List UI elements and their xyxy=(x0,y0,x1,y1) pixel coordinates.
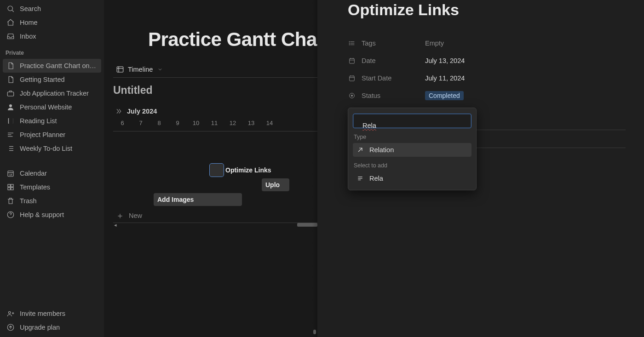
svg-line-1 xyxy=(12,10,13,11)
timeline-day: 13 xyxy=(242,120,260,126)
popover-item-rela[interactable]: Rela xyxy=(353,171,472,185)
timeline-bar-label: Uplo xyxy=(265,181,280,188)
page-title: Practice Gantt Char xyxy=(148,29,317,51)
timeline-bar-label: Optimize Links xyxy=(225,166,271,174)
sidebar-item-search[interactable]: Search xyxy=(3,2,101,16)
svg-rect-29 xyxy=(117,67,123,72)
main-scrollbar[interactable] xyxy=(312,0,317,337)
svg-rect-42 xyxy=(350,76,355,81)
sidebar-item-label: Personal Website xyxy=(20,103,72,111)
calendar-icon xyxy=(348,74,356,82)
svg-rect-18 xyxy=(8,184,10,187)
timeline-day: 10 xyxy=(187,120,205,126)
sidebar-item-label: Getting Started xyxy=(20,76,65,83)
svg-text:18: 18 xyxy=(9,173,12,176)
triangle-left-icon: ◂ xyxy=(114,222,117,228)
property-row-start-date[interactable]: Start DateJuly 11, 2024 xyxy=(348,69,626,87)
svg-rect-19 xyxy=(11,184,13,187)
timeline-body[interactable]: Optimize LinksUploAdd Images ＋ New xyxy=(113,131,317,223)
page-icon xyxy=(6,75,15,84)
property-search-input[interactable] xyxy=(353,114,472,128)
property-row-tags[interactable]: TagsEmpty xyxy=(348,34,626,52)
tags-icon xyxy=(348,39,356,47)
database-title[interactable]: Untitled xyxy=(113,84,317,97)
sidebar-item-personal-website[interactable]: Personal Website xyxy=(3,100,101,114)
property-key: Status xyxy=(362,92,380,99)
sidebar-item-help-support[interactable]: Help & support xyxy=(3,208,101,222)
chevron-down-icon xyxy=(157,67,163,72)
property-key: Start Date xyxy=(362,74,391,82)
timeline-bar-label: Add Images xyxy=(157,196,194,203)
sidebar-item-label: Upgrade plan xyxy=(20,324,60,331)
help-icon xyxy=(6,211,15,219)
sidebar-item-label: Templates xyxy=(20,183,50,191)
svg-point-36 xyxy=(349,43,350,43)
svg-point-3 xyxy=(9,104,12,107)
sidebar-item-label: Help & support xyxy=(20,211,64,218)
sidebar-item-inbox[interactable]: Inbox xyxy=(3,29,101,43)
property-row-date[interactable]: DateJuly 13, 2024 xyxy=(348,52,626,69)
sidebar-item-calendar[interactable]: 18Calendar xyxy=(3,166,101,180)
templates-icon xyxy=(6,183,15,191)
timeline-bar[interactable]: Uplo xyxy=(262,178,289,191)
sidebar-item-upgrade-plan[interactable]: Upgrade plan xyxy=(3,320,101,334)
svg-point-0 xyxy=(8,6,13,11)
sidebar-item-label: Search xyxy=(20,5,41,12)
svg-rect-21 xyxy=(11,188,13,190)
svg-point-47 xyxy=(351,95,353,97)
property-value[interactable]: Completed xyxy=(425,91,464,100)
sidebar-item-label: Weekly To-do List xyxy=(20,145,72,152)
sidebar-section-private: Private xyxy=(0,43,104,59)
sidebar-item-invite-members[interactable]: Invite members xyxy=(3,307,101,320)
popover-item-label: Rela xyxy=(369,175,383,182)
timeline-day: 7 xyxy=(132,120,150,126)
relation-icon xyxy=(356,146,364,154)
svg-rect-5 xyxy=(9,118,13,124)
sidebar-item-getting-started[interactable]: Getting Started xyxy=(3,73,101,86)
popover-item-relation[interactable]: Relation xyxy=(353,143,472,157)
sidebar-item-label: Job Application Tracker xyxy=(20,90,89,97)
popover-item-label: Relation xyxy=(369,146,394,154)
sidebar-item-label: Home xyxy=(20,19,38,26)
calendar-icon xyxy=(348,57,356,65)
sidebar-item-practice-gantt-chart-on-n[interactable]: Practice Gantt Chart on N… xyxy=(3,59,101,73)
popover-section-select: Select to add xyxy=(354,162,471,169)
person-icon xyxy=(6,103,15,111)
sidebar-item-label: Practice Gantt Chart on N… xyxy=(20,62,98,69)
detail-title[interactable]: Optimize Links xyxy=(348,0,626,19)
main-panel: Practice Gantt Char Timeline Untitled Ju… xyxy=(104,0,317,337)
property-value[interactable]: July 11, 2024 xyxy=(425,74,465,82)
sidebar-item-trash[interactable]: Trash xyxy=(3,194,101,208)
property-key: Date xyxy=(362,57,376,64)
property-value[interactable]: July 13, 2024 xyxy=(425,57,465,64)
svg-rect-2 xyxy=(7,92,14,96)
sidebar-item-label: Project Planner xyxy=(20,131,65,138)
sidebar-item-job-application-tracker[interactable]: Job Application Tracker xyxy=(3,86,101,100)
timeline-bar[interactable]: Add Images xyxy=(154,193,242,206)
timeline-bar[interactable]: Optimize Links xyxy=(210,164,224,177)
sidebar-item-project-planner[interactable]: Project Planner xyxy=(3,128,101,142)
timeline-scrollbar[interactable]: ◂ xyxy=(113,223,317,227)
invite-icon xyxy=(6,309,15,318)
svg-rect-20 xyxy=(8,188,10,190)
view-selector[interactable]: Timeline xyxy=(116,65,317,74)
inbox-icon xyxy=(6,32,15,40)
property-row-status[interactable]: StatusCompleted xyxy=(348,87,626,104)
timeline-month-label: July 2024 xyxy=(127,108,157,115)
sidebar-item-reading-list[interactable]: Reading List xyxy=(3,114,101,128)
book-icon xyxy=(6,117,15,125)
sidebar-item-home[interactable]: Home xyxy=(3,16,101,29)
double-chevron-right-icon[interactable] xyxy=(115,108,122,115)
sidebar-item-templates[interactable]: Templates xyxy=(3,180,101,194)
timeline-day: 11 xyxy=(205,120,224,126)
property-value[interactable]: Empty xyxy=(425,40,444,47)
popover-section-type: Type xyxy=(354,134,471,140)
timeline-new-button[interactable]: ＋ New xyxy=(116,211,142,220)
timeline-day: 14 xyxy=(260,120,279,126)
sidebar-item-label: Inbox xyxy=(20,33,36,40)
calendar-day-icon: 18 xyxy=(6,169,15,177)
sidebar-item-weekly-to-do-list[interactable]: Weekly To-do List xyxy=(3,142,101,155)
svg-point-37 xyxy=(349,45,350,45)
timeline-day: 8 xyxy=(150,120,168,126)
sidebar-item-label: Calendar xyxy=(20,170,47,177)
